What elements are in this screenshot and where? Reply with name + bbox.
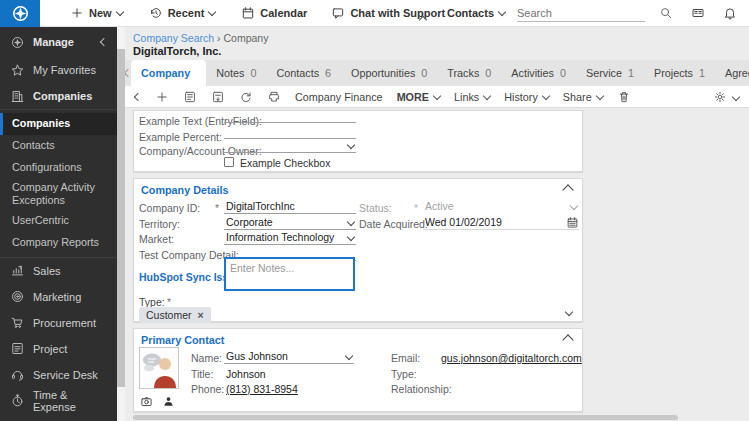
delete-button[interactable] <box>617 90 631 104</box>
collapse-sidebar-chevron[interactable] <box>100 38 108 46</box>
chat-icon <box>331 6 345 20</box>
scrollbar-thumb[interactable] <box>117 49 125 387</box>
example-text-input[interactable] <box>224 109 356 123</box>
tab-contacts[interactable]: Contacts6 <box>266 60 341 86</box>
type-dropdown-chevron[interactable] <box>565 308 573 316</box>
tab-bar: Company Notes0 Contacts6 Opportunities0 … <box>125 60 749 86</box>
stopwatch-icon <box>10 393 25 408</box>
example-checkbox[interactable] <box>224 157 234 167</box>
breadcrumb-separator: › <box>217 32 221 44</box>
tab-count: 1 <box>628 67 634 79</box>
tab-tracks[interactable]: Tracks0 <box>437 60 501 86</box>
refresh-button[interactable] <box>239 90 253 104</box>
contact-name-label: Name: <box>191 352 222 364</box>
territory-dropdown[interactable]: Corporate <box>224 216 356 230</box>
search-box <box>517 4 645 22</box>
notifications-bell-icon[interactable] <box>723 6 737 20</box>
contact-relationship-label: Relationship: <box>391 383 452 395</box>
tab-activities[interactable]: Activities0 <box>501 60 576 86</box>
sidebar-item-service-desk[interactable]: Service Desk <box>0 362 117 388</box>
tab-count: 0 <box>560 67 566 79</box>
type-chip-customer[interactable]: Customer × <box>139 307 211 323</box>
history-menu[interactable]: History <box>504 91 549 103</box>
contact-type-label: Type: <box>391 368 417 380</box>
sidebar-sub-contacts[interactable]: Contacts <box>0 135 117 157</box>
more-menu[interactable]: MORE <box>397 91 440 103</box>
company-finance-button[interactable]: Company Finance <box>295 91 383 103</box>
search-scope-dropdown[interactable]: Contacts <box>447 7 505 19</box>
back-button[interactable] <box>134 92 142 100</box>
sub-label: Company Activity Exceptions <box>12 181 107 208</box>
sub-label: UserCentric <box>12 214 69 227</box>
owner-dropdown[interactable] <box>224 139 356 153</box>
contact-name-dropdown[interactable]: Gus Johnson <box>224 350 354 364</box>
add-button[interactable] <box>155 90 169 104</box>
sidebar-item-project[interactable]: Project <box>0 336 117 362</box>
sidebar-item-favorites[interactable]: My Favorites <box>0 57 117 83</box>
contact-person-icon[interactable] <box>162 395 175 408</box>
sidebar-item-sales[interactable]: Sales <box>0 258 117 284</box>
collapse-company-details-icon[interactable] <box>562 184 573 195</box>
date-acquired-input[interactable]: Wed 01/02/2019 <box>423 216 579 230</box>
calendar-icon <box>241 6 255 20</box>
chip-remove-icon[interactable]: × <box>198 309 204 321</box>
market-dropdown[interactable]: Information Technology <box>224 231 356 245</box>
sidebar-item-time-expense[interactable]: Time & Expense <box>0 388 117 414</box>
sidebar-scrollbar[interactable] <box>117 27 125 421</box>
tab-agreements[interactable]: Agreements1 <box>715 60 749 86</box>
sidebar-item-procurement[interactable]: Procurement <box>0 310 117 336</box>
company-id-label: Company ID: <box>139 202 200 214</box>
camera-icon[interactable] <box>140 395 153 408</box>
sidebar: Manage My Favorites Companies Companies … <box>0 27 117 421</box>
share-label: Share <box>563 91 592 103</box>
breadcrumb-company-search[interactable]: Company Search <box>133 32 214 44</box>
save-button[interactable] <box>183 90 197 104</box>
contact-email-link[interactable]: gus.johnson@digitaltorch.com <box>441 352 582 364</box>
company-id-input[interactable]: DigitalTorchInc <box>224 200 356 214</box>
more-label: MORE <box>397 91 429 103</box>
horizontal-scrollbar-thumb[interactable] <box>133 415 678 420</box>
links-menu[interactable]: Links <box>454 91 490 103</box>
toolbar-overflow-chevron[interactable] <box>732 92 740 100</box>
example-percent-input[interactable] <box>224 125 356 139</box>
tab-service[interactable]: Service1 <box>576 60 644 86</box>
share-menu[interactable]: Share <box>563 91 603 103</box>
print-button[interactable] <box>267 90 281 104</box>
sidebar-sub-company-reports[interactable]: Company Reports <box>0 232 117 254</box>
sidebar-sub-configurations[interactable]: Configurations <box>0 157 117 179</box>
sidebar-item-companies[interactable]: Companies <box>0 83 117 109</box>
search-icon[interactable] <box>659 6 673 20</box>
tab-opportunities[interactable]: Opportunities0 <box>341 60 437 86</box>
tab-notes[interactable]: Notes0 <box>206 60 266 86</box>
sidebar-item-manage[interactable]: Manage <box>0 27 117 57</box>
save-and-close-button[interactable] <box>211 90 225 104</box>
contact-avatar[interactable] <box>139 347 179 389</box>
module-label: Time & Expense <box>33 389 107 413</box>
sidebar-item-finance[interactable]: Finance <box>0 414 117 421</box>
territory-value: Corporate <box>226 216 273 228</box>
sidebar-sub-usercentric[interactable]: UserCentric <box>0 210 117 232</box>
chat-support-item[interactable]: Chat with Support <box>331 6 445 20</box>
app-logo[interactable] <box>0 0 40 27</box>
sidebar-item-marketing[interactable]: Marketing <box>0 284 117 310</box>
calendar-nav-item[interactable]: Calendar <box>241 6 307 20</box>
recent-menu[interactable]: Recent <box>149 6 216 20</box>
hubspot-sync-issues-textarea[interactable] <box>224 257 355 291</box>
new-menu-label: New <box>89 7 112 19</box>
date-picker-calendar-icon[interactable] <box>566 216 579 229</box>
collapse-primary-contact-icon[interactable] <box>562 334 573 345</box>
cart-icon <box>10 315 25 330</box>
sidebar-sub-companies[interactable]: Companies <box>0 113 117 135</box>
recent-menu-label: Recent <box>168 7 205 19</box>
sidebar-sub-company-activity-exceptions[interactable]: Company Activity Exceptions <box>0 179 117 210</box>
app-switcher-icon[interactable] <box>691 6 705 20</box>
page-title: DigitalTorch, Inc. <box>133 45 221 57</box>
contact-email-label: Email: <box>391 352 420 364</box>
settings-gear-icon[interactable] <box>713 90 727 104</box>
new-menu[interactable]: New <box>70 6 123 20</box>
contact-phone-link[interactable]: (813) 831-8954 <box>226 383 298 395</box>
search-input[interactable] <box>517 7 645 19</box>
tab-company[interactable]: Company <box>131 60 206 86</box>
company-finance-label: Company Finance <box>295 91 383 103</box>
tab-projects[interactable]: Projects1 <box>644 60 715 86</box>
